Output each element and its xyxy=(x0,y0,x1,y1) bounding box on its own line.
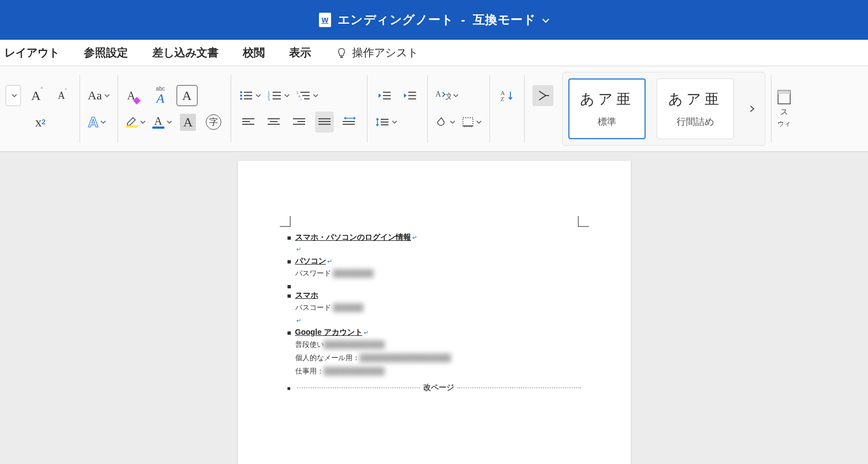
svg-rect-40 xyxy=(381,124,388,125)
bullets-button[interactable] xyxy=(239,85,261,106)
svg-rect-13 xyxy=(300,92,310,93)
svg-rect-39 xyxy=(381,122,388,123)
svg-rect-18 xyxy=(242,118,254,119)
doc-heading-phone[interactable]: スマホ xyxy=(287,291,581,300)
bullet-icon xyxy=(287,294,291,298)
svg-rect-34 xyxy=(383,98,391,99)
increase-indent-button[interactable] xyxy=(401,85,419,106)
indent-group xyxy=(370,66,425,151)
bullet-icon xyxy=(287,331,291,335)
svg-rect-27 xyxy=(318,118,331,119)
document-canvas[interactable]: スマホ・パソコンのログイン情報 ↵ ↵ パソコン ↵ パスワード ███████… xyxy=(0,152,868,464)
svg-rect-37 xyxy=(408,98,416,99)
text-direction-group: A文 xyxy=(430,66,487,151)
doc-line-google-daily[interactable]: 普段使い████████████ xyxy=(287,340,581,350)
crop-mark-top-right xyxy=(578,216,589,227)
change-case-button[interactable]: Aa xyxy=(88,85,110,106)
doc-line-google-work[interactable]: 仕事用：████████████ xyxy=(287,366,581,376)
paragraph-mark-icon: ↵ xyxy=(412,234,417,241)
menu-references[interactable]: 参照設定 xyxy=(72,40,140,66)
doc-heading-login-info[interactable]: スマホ・パソコンのログイン情報 ↵ xyxy=(287,233,581,242)
word-document-icon xyxy=(319,13,331,27)
svg-rect-35 xyxy=(408,92,416,93)
document-page[interactable]: スマホ・パソコンのログイン情報 ↵ ↵ パソコン ↵ パスワード ███████… xyxy=(238,161,631,464)
svg-rect-48 xyxy=(778,91,790,94)
show-marks-group xyxy=(527,66,559,151)
font-color-button[interactable]: A xyxy=(152,112,172,133)
styles-pane-button[interactable]: ス ウィ xyxy=(774,66,795,151)
menu-layout[interactable]: レイアウト xyxy=(0,40,72,66)
superscript-button[interactable]: x2 xyxy=(31,112,50,133)
bullet-icon xyxy=(287,260,291,263)
numbering-button[interactable]: 123 xyxy=(268,85,290,106)
doc-heading-google[interactable]: Google アカウント ↵ xyxy=(287,328,581,338)
svg-rect-32 xyxy=(383,92,391,93)
menu-mailings[interactable]: 差し込み文書 xyxy=(140,40,231,66)
svg-point-2 xyxy=(240,94,242,97)
svg-text:A: A xyxy=(435,90,441,98)
svg-text:1: 1 xyxy=(296,91,299,94)
svg-rect-3 xyxy=(244,95,252,96)
clear-formatting-button[interactable]: A ◆ xyxy=(126,85,145,106)
svg-rect-36 xyxy=(408,95,416,96)
font-group: Aˆ Aˇ x2 xyxy=(0,66,77,151)
grow-font-button[interactable]: Aˆ xyxy=(28,85,46,106)
decrease-indent-button[interactable] xyxy=(375,85,394,106)
text-direction-button[interactable]: A文 xyxy=(435,85,459,106)
enclose-characters-button[interactable]: 字 xyxy=(204,112,223,133)
paragraph-group: 123 1ai xyxy=(233,66,365,151)
chevron-down-icon[interactable] xyxy=(541,16,549,24)
align-right-button[interactable] xyxy=(290,112,308,133)
svg-text:3: 3 xyxy=(268,97,270,101)
multilevel-list-button[interactable]: 1ai xyxy=(296,85,318,106)
svg-rect-33 xyxy=(383,95,391,96)
font-case-group: Aa A xyxy=(82,66,115,151)
svg-rect-28 xyxy=(318,121,331,122)
page-break-indicator: 改ページ xyxy=(287,383,581,393)
svg-point-4 xyxy=(240,98,242,100)
align-left-button[interactable] xyxy=(239,112,258,133)
shrink-font-button[interactable]: Aˇ xyxy=(53,85,72,106)
svg-rect-17 xyxy=(304,98,310,99)
justify-button[interactable] xyxy=(315,112,334,133)
svg-rect-30 xyxy=(343,121,355,122)
show-formatting-marks-button[interactable] xyxy=(532,85,553,106)
operation-assist[interactable]: 操作アシスト xyxy=(323,45,430,60)
svg-rect-11 xyxy=(273,98,281,99)
menu-view[interactable]: 表示 xyxy=(277,40,323,66)
font-extra-group: A ◆ abcA A A A xyxy=(120,66,228,151)
menu-review[interactable]: 校閲 xyxy=(231,40,277,66)
crop-mark-top-left xyxy=(280,216,291,227)
bullet-icon xyxy=(287,236,291,240)
doc-heading-pc[interactable]: パソコン ↵ xyxy=(287,256,581,266)
svg-rect-23 xyxy=(268,124,280,125)
highlight-button[interactable] xyxy=(126,112,146,133)
borders-button[interactable] xyxy=(462,112,482,133)
shading-button[interactable] xyxy=(435,112,455,133)
document-title[interactable]: エンディングノート - 互換モード xyxy=(338,12,536,28)
styles-gallery: あア亜 標準 あア亜 行間詰め xyxy=(562,72,765,146)
doc-line-phone-passcode[interactable]: パスコード ██████ xyxy=(287,303,581,313)
sort-button[interactable]: AZ xyxy=(498,85,516,106)
distribute-button[interactable] xyxy=(340,112,359,133)
svg-text:i: i xyxy=(301,98,301,101)
font-size-dropdown[interactable] xyxy=(6,85,21,106)
character-shading-button[interactable]: A xyxy=(179,112,198,133)
doc-line-pc-password[interactable]: パスワード ████████ xyxy=(287,268,581,278)
style-normal[interactable]: あア亜 標準 xyxy=(568,78,646,139)
svg-rect-9 xyxy=(273,95,281,96)
phonetic-guide-button[interactable]: abcA xyxy=(151,85,170,106)
svg-rect-44 xyxy=(463,125,473,126)
doc-line-google-personal[interactable]: 個人的なメール用：██████████████████ xyxy=(287,353,581,363)
svg-rect-29 xyxy=(318,124,331,125)
lightbulb-icon xyxy=(336,47,348,59)
styles-more-button[interactable] xyxy=(745,105,759,113)
document-body[interactable]: スマホ・パソコンのログイン情報 ↵ ↵ パソコン ↵ パスワード ███████… xyxy=(238,161,631,415)
align-center-button[interactable] xyxy=(264,112,283,133)
style-no-spacing[interactable]: あア亜 行間詰め xyxy=(657,78,734,139)
svg-rect-19 xyxy=(242,121,250,122)
line-spacing-button[interactable] xyxy=(375,112,397,133)
svg-rect-1 xyxy=(244,92,252,93)
text-effects-button[interactable]: A xyxy=(88,112,106,133)
character-border-button[interactable]: A xyxy=(177,85,198,106)
